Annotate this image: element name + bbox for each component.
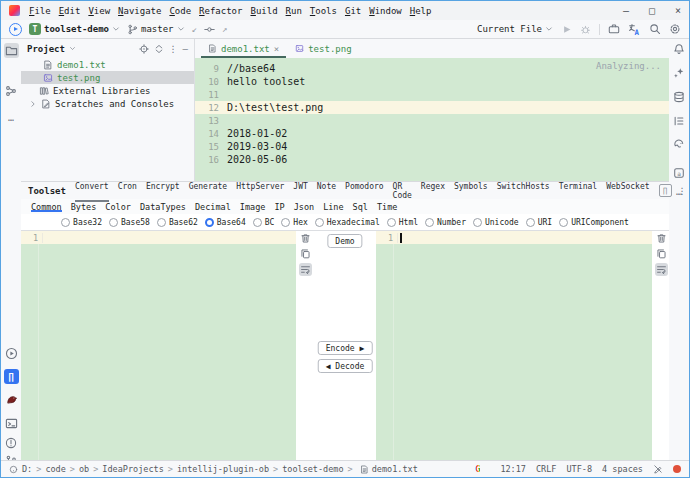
encoding-radio-option[interactable]: Base58 xyxy=(109,218,150,227)
search-everywhere-icon[interactable] xyxy=(649,23,661,35)
soft-wrap-icon[interactable] xyxy=(299,263,312,276)
branch-selector[interactable]: master xyxy=(127,24,185,35)
convert-subtab[interactable]: Json xyxy=(294,202,314,212)
encoding-radio-option[interactable]: Hex xyxy=(281,218,307,227)
editor-line[interactable]: 16 2020-05-06 xyxy=(195,153,669,166)
run-tool-button[interactable] xyxy=(1,347,21,360)
breadcrumb-item[interactable]: IdeaProjects xyxy=(89,464,164,474)
convert-subtab[interactable]: DataTypes xyxy=(140,202,186,212)
vcs-update-icon[interactable]: ↙ xyxy=(192,24,197,34)
encoding-radio-option[interactable]: Base62 xyxy=(157,218,198,227)
convert-subtab[interactable]: Sql xyxy=(353,202,368,212)
vcs-push-icon[interactable]: ↗ xyxy=(222,24,227,34)
encoding-radio-option[interactable]: Base64 xyxy=(205,218,246,227)
input-pane-body[interactable] xyxy=(21,244,296,460)
menu-item[interactable]: Code xyxy=(169,6,191,16)
convert-subtab[interactable]: Image xyxy=(240,202,266,212)
toolset-tab[interactable]: Symbols xyxy=(454,180,488,202)
toolset-tab[interactable]: Pomodoro xyxy=(345,180,384,202)
gradle-tool-button[interactable] xyxy=(669,139,689,151)
notifications-button[interactable] xyxy=(669,43,689,55)
breadcrumb-item[interactable]: intellij-plugin-ob xyxy=(164,464,269,474)
status-widget[interactable]: CRLF xyxy=(536,464,556,474)
toolset-tab[interactable]: Generate xyxy=(189,180,228,202)
encoding-radio-option[interactable]: Unicode xyxy=(473,218,519,227)
input-pane[interactable]: 1 xyxy=(21,231,296,460)
encoding-radio-option[interactable]: URIComponent xyxy=(559,218,629,227)
encoding-radio-option[interactable]: URI xyxy=(526,218,552,227)
editor-line[interactable]: 14 2018-01-02 xyxy=(195,127,669,140)
ide-run-widget-icon[interactable] xyxy=(9,23,22,36)
notification-dot[interactable] xyxy=(673,465,681,473)
grazie-g-icon[interactable]: G xyxy=(475,464,480,474)
ai-assistant-button[interactable] xyxy=(669,67,689,79)
tree-item-external-libraries[interactable]: External Libraries xyxy=(21,84,194,97)
breadcrumb-item[interactable]: ob xyxy=(66,464,89,474)
problems-tool-button[interactable] xyxy=(1,437,21,449)
menu-item[interactable]: Navigate xyxy=(118,6,161,16)
decode-button[interactable]: ◀ Decode xyxy=(318,359,373,373)
documentation-tool-button[interactable]: a xyxy=(669,167,689,179)
plugin-tool-button[interactable] xyxy=(1,393,21,406)
editor-line[interactable]: 15 2019-03-04 xyxy=(195,140,669,153)
locate-file-icon[interactable] xyxy=(139,44,149,54)
status-widget[interactable]: UTF-8 xyxy=(566,464,592,474)
more-options-icon[interactable]: ⋮ xyxy=(169,44,178,54)
output-pane-body[interactable] xyxy=(376,244,652,460)
more-options-icon[interactable]: ⋮ xyxy=(678,186,687,196)
encoding-radio-option[interactable]: Html xyxy=(387,218,418,227)
run-button[interactable] xyxy=(561,24,572,35)
hide-panel-icon[interactable]: — xyxy=(183,44,188,54)
database-tool-button[interactable] xyxy=(669,91,689,103)
breadcrumb-item[interactable]: code xyxy=(32,464,66,474)
menu-item[interactable]: Help xyxy=(410,6,432,16)
convert-subtab[interactable]: Common xyxy=(31,202,62,212)
toolset-tab[interactable]: Cron xyxy=(118,180,137,202)
clear-trash-icon[interactable] xyxy=(300,233,311,244)
toolset-tab[interactable]: JWT xyxy=(293,180,307,202)
structure-tool-button[interactable] xyxy=(669,115,689,127)
close-tab-icon[interactable]: × xyxy=(274,44,279,54)
convert-subtab[interactable]: Line xyxy=(323,202,343,212)
terminal-tool-button[interactable] xyxy=(1,417,21,430)
menu-item[interactable]: Window xyxy=(369,6,402,16)
encoding-radio-option[interactable]: BC xyxy=(253,218,275,227)
minimize-button[interactable]: – xyxy=(623,6,629,16)
encode-button[interactable]: Encode ▶ xyxy=(318,341,373,355)
menu-item[interactable]: File xyxy=(29,6,51,16)
convert-subtab[interactable]: Color xyxy=(105,202,131,212)
readonly-toggle-icon[interactable] xyxy=(653,464,663,474)
menu-item[interactable]: Tools xyxy=(310,6,337,16)
tree-item-scratches[interactable]: Scratches and Consoles xyxy=(21,97,194,110)
demo-button[interactable]: Demo xyxy=(327,234,362,248)
menu-item[interactable]: Edit xyxy=(59,6,81,16)
debug-button[interactable] xyxy=(580,24,591,35)
editor-line[interactable]: 10 hello toolset xyxy=(195,75,669,88)
soft-wrap-icon[interactable] xyxy=(655,263,668,276)
editor-line[interactable]: 11 xyxy=(195,88,669,101)
breadcrumb-item[interactable]: D: xyxy=(22,464,32,474)
toolset-tab[interactable]: QR Code xyxy=(393,180,412,202)
commit-tool-button[interactable] xyxy=(1,85,21,97)
editor-body[interactable]: Analyzing... 9 //base64 10 hello toolset… xyxy=(195,58,669,181)
tab-test-png[interactable]: test.png xyxy=(288,39,358,58)
menu-item[interactable]: Git xyxy=(345,6,361,16)
menu-item[interactable]: View xyxy=(88,6,110,16)
translate-icon[interactable]: A xyxy=(628,23,641,36)
project-selector[interactable]: T toolset-demo xyxy=(29,23,120,35)
convert-subtab[interactable]: Time xyxy=(377,202,397,212)
run-configuration-selector[interactable]: Current File xyxy=(477,24,553,34)
chevron-down-icon[interactable] xyxy=(69,45,76,52)
menu-item[interactable]: Run xyxy=(286,6,302,16)
menu-item[interactable]: Refactor xyxy=(199,6,242,16)
convert-subtab[interactable]: Decimal xyxy=(195,202,231,212)
maximize-button[interactable]: □ xyxy=(649,6,655,16)
toolset-tab[interactable]: Encrypt xyxy=(146,180,180,202)
toolset-tab[interactable]: HttpServer xyxy=(236,180,284,202)
convert-subtab[interactable]: Bytes xyxy=(71,202,97,212)
settings-gear-icon[interactable] xyxy=(669,23,681,35)
status-widget[interactable]: 12:17 xyxy=(500,464,526,474)
vcs-commit-icon[interactable] xyxy=(204,24,215,35)
toolset-tab[interactable]: WebSocket xyxy=(606,180,649,202)
copy-icon[interactable] xyxy=(300,248,311,259)
